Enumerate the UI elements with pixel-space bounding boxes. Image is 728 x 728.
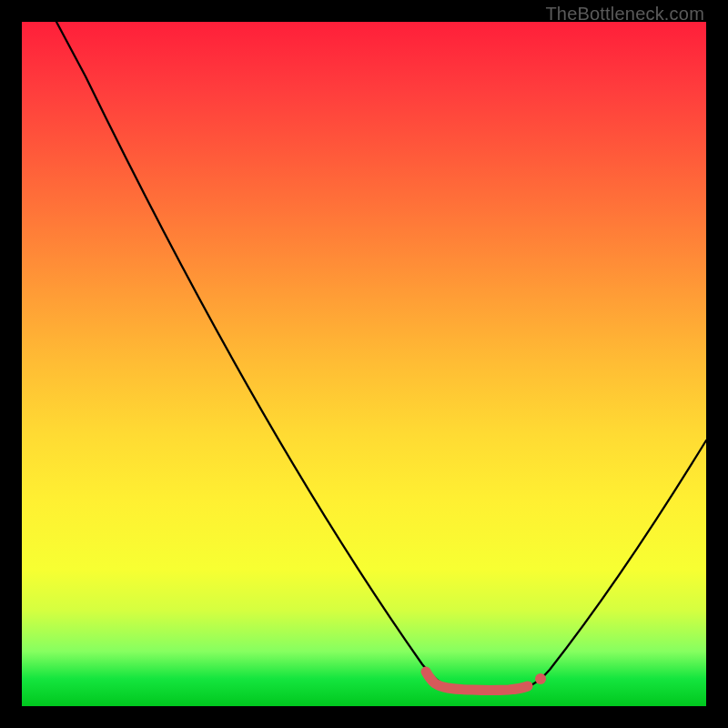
chart-container: TheBottleneck.com [0, 0, 728, 728]
optimal-point-dot [535, 673, 546, 684]
chart-overlay [22, 22, 706, 706]
bottleneck-curve [56, 22, 706, 691]
optimal-range-marker [426, 672, 528, 691]
